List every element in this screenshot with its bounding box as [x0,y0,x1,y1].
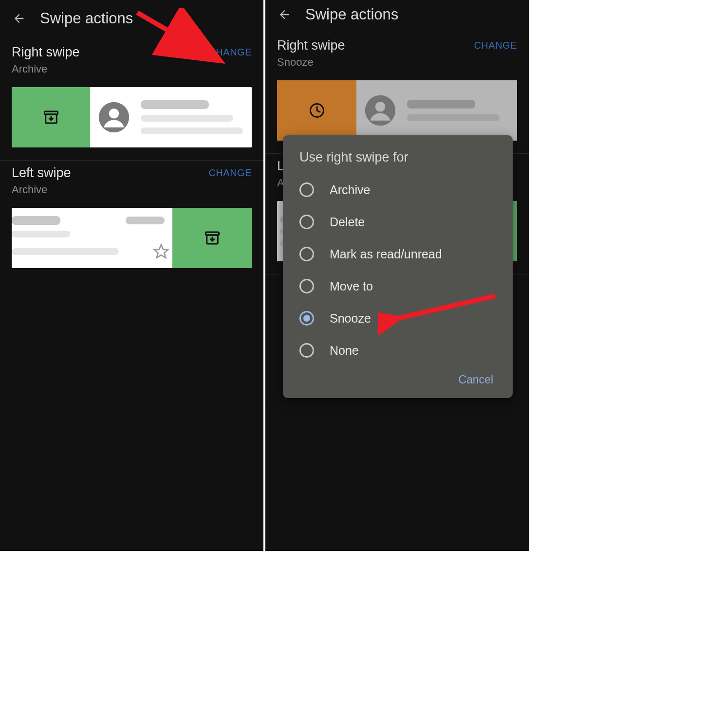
radio-icon [299,279,314,293]
right-swipe-preview [12,87,252,147]
radio-icon-selected [299,311,314,326]
placeholder-line [141,115,233,122]
mail-preview-body [90,87,252,147]
mail-preview-body [356,80,517,141]
radio-icon [299,247,314,261]
radio-option-none[interactable]: None [283,334,513,366]
page-title: Swipe actions [305,6,398,23]
right-swipe-value: Archive [12,63,80,75]
avatar-icon [365,95,395,126]
radio-label: Snooze [330,311,371,326]
left-swipe-change-button[interactable]: CHANGE [208,165,252,179]
radio-label: Move to [330,279,373,293]
right-swipe-change-button[interactable]: CHANGE [474,38,517,51]
left-swipe-section: Left swipe Archive CHANGE [0,161,263,281]
svg-marker-4 [154,245,168,258]
placeholder-line [141,100,209,109]
placeholder-line [12,231,70,237]
right-swipe-value: Snooze [277,56,345,69]
archive-swipe-sliver [512,201,517,261]
left-swipe-value: Archive [12,183,71,196]
svg-point-11 [375,102,386,112]
placeholder-line [12,248,119,255]
avatar-icon [99,102,129,132]
right-swipe-title: Right swipe [12,45,80,60]
radio-label: Delete [330,215,365,229]
radio-label: Archive [330,183,370,197]
archive-swipe-block [12,87,90,147]
cancel-button[interactable]: Cancel [458,373,493,386]
settings-panel-left: Swipe actions Right swipe Archive CHANGE [0,0,263,551]
radio-icon [299,343,314,358]
snooze-swipe-block [277,80,356,141]
archive-icon [204,229,221,247]
right-swipe-preview [277,80,517,141]
radio-option-snooze[interactable]: Snooze [283,302,513,334]
back-arrow-icon[interactable] [12,11,26,26]
placeholder-line [126,217,165,224]
right-swipe-title: Right swipe [277,38,345,53]
radio-option-archive[interactable]: Archive [283,174,513,206]
radio-icon [299,182,314,197]
placeholder-line [141,127,243,134]
svg-point-3 [109,109,119,119]
star-icon [153,243,169,260]
placeholder-line [407,114,500,121]
swipe-action-dialog: Use right swipe for Archive Delete Mark … [283,135,513,398]
radio-label: None [330,344,359,358]
right-swipe-change-button[interactable]: CHANGE [208,45,252,58]
placeholder-line [12,216,60,225]
radio-icon [299,215,314,229]
archive-icon [42,109,60,126]
radio-label: Mark as read/unread [330,247,442,261]
left-swipe-title: Left swipe [12,165,71,181]
radio-option-delete[interactable]: Delete [283,206,513,238]
radio-option-mark-read[interactable]: Mark as read/unread [283,238,513,270]
clock-icon [308,102,326,119]
header: Swipe actions [0,0,263,40]
page-title: Swipe actions [40,10,133,27]
settings-panel-right: Swipe actions Right swipe Snooze CHANGE [265,0,529,551]
header: Swipe actions [265,0,529,33]
radio-option-move-to[interactable]: Move to [283,270,513,302]
placeholder-line [407,100,475,109]
archive-swipe-block [172,208,252,268]
left-swipe-preview [12,208,252,268]
dialog-title: Use right swipe for [283,150,513,174]
back-arrow-icon[interactable] [277,7,292,22]
mail-preview-body-left [12,208,172,268]
right-swipe-section: Right swipe Archive CHANGE [0,40,263,161]
